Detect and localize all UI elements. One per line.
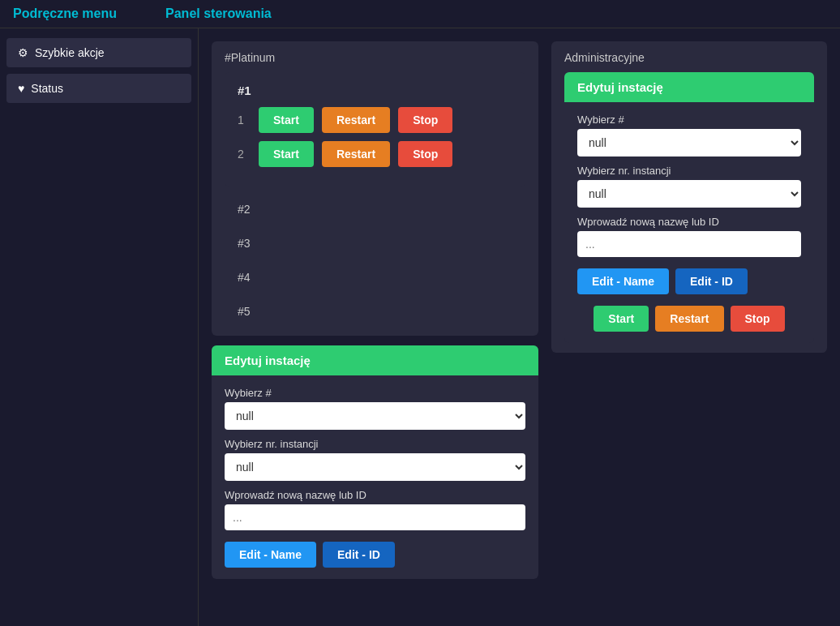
section-2[interactable]: #2 [225,195,525,224]
sidebar-item-label: Status [31,82,63,95]
wybierz-instancji-select[interactable]: null [225,453,525,481]
wybierz-hash-select[interactable]: null [225,402,525,430]
edit-panel-right-header: Edytuj instację [564,72,814,102]
content-area: #Platinum #1 1 Start Restart Stop 2 Star… [199,28,840,626]
instance-row-2: 2 Start Restart Stop [238,141,512,167]
instance-1-section: #1 1 Start Restart Stop 2 Start Restart … [225,72,525,187]
right-action-buttons-row: Start Restart Stop [577,306,801,332]
top-bar: Podręczne menu Panel sterowania [0,0,840,28]
right-wybierz-instancji-group: Wybierz nr. instancji null [577,165,801,208]
stop-button-2[interactable]: Stop [398,141,452,167]
middle-panel: #Platinum #1 1 Start Restart Stop 2 Star… [212,41,538,613]
section-5[interactable]: #5 [225,297,525,326]
edit-id-button[interactable]: Edit - ID [323,542,395,568]
section-3[interactable]: #3 [225,229,525,258]
right-edit-id-button[interactable]: Edit - ID [675,268,748,294]
right-wybierz-hash-select[interactable]: null [577,129,801,156]
section-4[interactable]: #4 [225,263,525,292]
edit-panel-right-body: Wybierz # null Wybierz nr. instancji nul… [564,102,814,343]
right-edit-buttons-row: Edit - Name Edit - ID [577,268,801,294]
edit-panel-right: Edytuj instację Wybierz # null Wybierz n… [564,72,814,343]
right-wybierz-instancji-label: Wybierz nr. instancji [577,165,801,177]
row-number-2: 2 [238,148,251,161]
right-wybierz-instancji-select[interactable]: null [577,180,801,208]
right-input-label: Wprowadź nową nazwę lub ID [577,216,801,228]
right-restart-button[interactable]: Restart [655,306,723,332]
sidebar-item-label: Szybkie akcje [35,46,105,59]
start-button-2[interactable]: Start [259,141,314,167]
wybierz-hash-label: Wybierz # [225,387,525,399]
wybierz-hash-group: Wybierz # null [225,387,525,430]
sidebar: ⚙ Szybkie akcje ♥ Status [0,28,199,626]
row-number-1: 1 [238,114,251,126]
main-layout: ⚙ Szybkie akcje ♥ Status #Platinum #1 1 … [0,28,840,626]
edit-panel-bottom-body: Wybierz # null Wybierz nr. instancji nul… [212,375,538,579]
panel-title: Panel sterowania [165,6,272,21]
edit-panel-bottom: Edytuj instację Wybierz # null Wybierz n… [212,345,538,579]
start-button-1[interactable]: Start [259,107,314,133]
menu-title: Podręczne menu [13,6,117,21]
input-group: Wprowadź nową nazwę lub ID [225,489,525,530]
edit-panel-bottom-header: Edytuj instację [212,345,538,375]
right-wybierz-hash-group: Wybierz # null [577,114,801,156]
collapsed-sections: #2 #3 #4 #5 [225,195,525,326]
wybierz-instancji-group: Wybierz nr. instancji null [225,438,525,481]
wybierz-instancji-label: Wybierz nr. instancji [225,438,525,450]
right-edit-name-button[interactable]: Edit - Name [577,268,669,294]
right-input-group: Wprowadź nową nazwę lub ID [577,216,801,257]
instance-row-1: 1 Start Restart Stop [238,107,512,133]
input-label: Wprowadź nową nazwę lub ID [225,489,525,501]
restart-button-1[interactable]: Restart [322,107,390,133]
right-start-button[interactable]: Start [594,306,649,332]
instance-1-title: #1 [238,84,512,97]
admin-title: Administracyjne [564,51,814,64]
right-name-id-input[interactable] [577,231,801,257]
platinum-title: #Platinum [225,51,525,64]
right-wybierz-hash-label: Wybierz # [577,114,801,126]
heart-icon: ♥ [18,82,24,95]
right-panel: Administracyjne Edytuj instację Wybierz … [551,41,827,613]
edit-name-button[interactable]: Edit - Name [225,542,316,568]
stop-button-1[interactable]: Stop [398,107,452,133]
right-stop-button[interactable]: Stop [731,306,785,332]
gear-icon: ⚙ [18,46,28,59]
name-id-input[interactable] [225,504,525,530]
sidebar-item-status[interactable]: ♥ Status [6,74,191,103]
platinum-card: #Platinum #1 1 Start Restart Stop 2 Star… [212,41,538,336]
restart-button-2[interactable]: Restart [322,141,390,167]
admin-section: Administracyjne Edytuj instację Wybierz … [551,41,827,353]
edit-buttons-row: Edit - Name Edit - ID [225,542,525,568]
sidebar-item-quick-actions[interactable]: ⚙ Szybkie akcje [6,38,191,67]
